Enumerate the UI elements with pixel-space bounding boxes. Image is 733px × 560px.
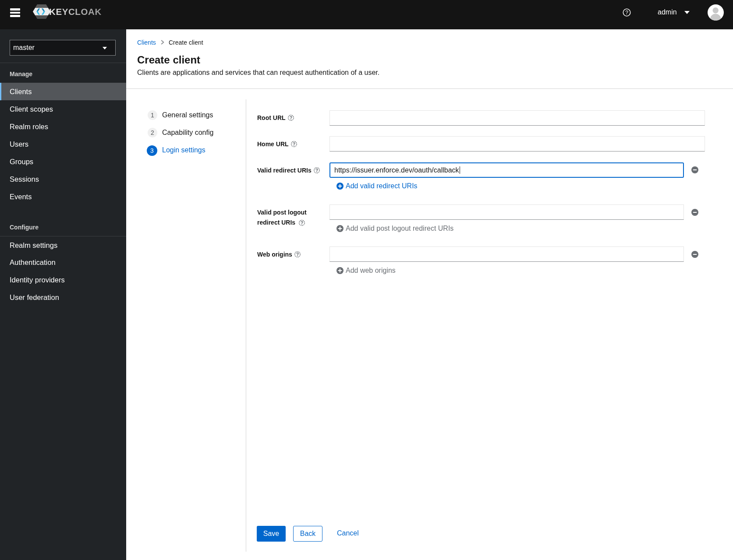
- svg-text:?: ?: [625, 10, 628, 16]
- svg-text:?: ?: [293, 142, 295, 147]
- svg-text:?: ?: [290, 116, 292, 120]
- svg-text:?: ?: [296, 252, 299, 257]
- svg-text:?: ?: [315, 168, 318, 173]
- svg-text:?: ?: [301, 221, 303, 225]
